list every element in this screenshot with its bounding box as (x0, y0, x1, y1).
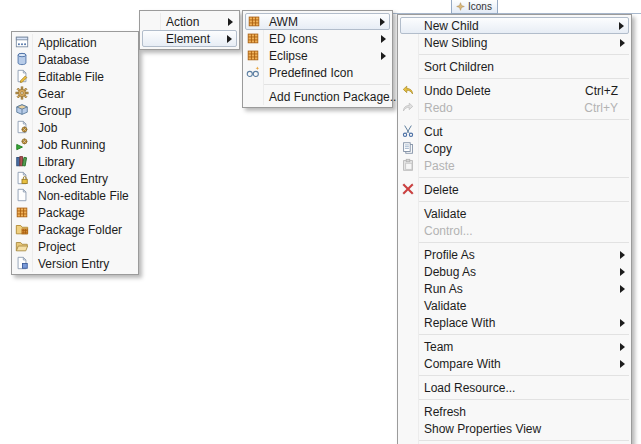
submenu-arrow-icon (381, 52, 386, 60)
menu-item-label: Job (38, 121, 57, 135)
undo-icon (401, 83, 415, 97)
menu-item-label: Editable File (38, 70, 104, 84)
menu-item-eclipse[interactable]: Eclipse (243, 47, 392, 64)
package-icon (246, 31, 260, 45)
paste-icon (401, 158, 415, 172)
menu-item-version-entry[interactable]: Version Entry (12, 255, 138, 272)
menu-item-label: Predefined Icon (269, 66, 353, 80)
menu-item-label: Load Resource... (424, 381, 515, 395)
menu-item-show-properties-view[interactable]: Show Properties View (398, 420, 631, 437)
menu-item-profile-as[interactable]: Profile As (398, 246, 631, 263)
application-icon (15, 35, 29, 49)
menu-item-sort-children[interactable]: Sort Children (398, 58, 631, 75)
menu-item-job-running[interactable]: Job Running (12, 136, 138, 153)
menu-item-database[interactable]: Database (12, 51, 138, 68)
menu-item-label: Eclipse (269, 49, 308, 63)
menu-item-label: Non-editable File (38, 189, 129, 203)
editor-tab-icons[interactable]: Icons (451, 0, 498, 14)
menu-item-team[interactable]: Team (398, 338, 631, 355)
package-icon (15, 205, 29, 219)
menu-item-library[interactable]: Library (12, 153, 138, 170)
menu-separator (419, 334, 629, 335)
menu-item-refresh[interactable]: Refresh (398, 403, 631, 420)
menu-item-cut[interactable]: Cut (398, 123, 631, 140)
job-icon (15, 120, 29, 134)
menu-item-add-function-package[interactable]: Add Function Package... (243, 88, 392, 105)
library-icon (15, 154, 29, 168)
menu-item-label: Validate (424, 207, 466, 221)
menu-item-label: Validate (424, 299, 466, 313)
submenu-arrow-icon (619, 22, 624, 30)
menu-item-label: New Child (424, 19, 479, 33)
menu-item-new-sibling[interactable]: New Sibling (398, 34, 631, 51)
menu-item-copy[interactable]: Copy (398, 140, 631, 157)
menu-item-validate[interactable]: Validate (398, 297, 631, 314)
element-types-menu: ApplicationDatabaseEditable FileGearGrou… (11, 31, 139, 275)
package-icon (246, 48, 260, 62)
menu-item-label: Run As (424, 282, 463, 296)
menu-item-label: Control... (424, 224, 473, 238)
menu-item-shortcut: Ctrl+Z (585, 84, 618, 98)
menu-item-predefined-icon[interactable]: Predefined Icon (243, 64, 392, 81)
new-element-menu: ActionElement (139, 10, 240, 50)
menu-item-label: Paste (424, 159, 455, 173)
menu-item-new-child[interactable]: New Child (400, 17, 629, 34)
menu-item-label: Refresh (424, 405, 466, 419)
menu-item-non-editable-file[interactable]: Non-editable File (12, 187, 138, 204)
menu-item-delete[interactable]: Delete (398, 181, 631, 198)
menu-item-label: Version Entry (38, 257, 109, 271)
menu-item-label: Database (38, 53, 89, 67)
menu-item-label: Profile As (424, 248, 475, 262)
menu-item-element[interactable]: Element (142, 30, 237, 47)
menu-item-control: Control... (398, 222, 631, 239)
menu-item-load-resource[interactable]: Load Resource... (398, 379, 631, 396)
menu-item-undo-delete[interactable]: Undo DeleteCtrl+Z (398, 82, 631, 99)
menu-item-awm[interactable]: AWM (245, 13, 390, 30)
project-icon (15, 239, 29, 253)
menu-item-label: Group (38, 104, 71, 118)
menu-item-run-as[interactable]: Run As (398, 280, 631, 297)
menu-item-editable-file[interactable]: Editable File (12, 68, 138, 85)
menu-item-label: Undo Delete (424, 84, 491, 98)
menu-item-job[interactable]: Job (12, 119, 138, 136)
copy-icon (401, 141, 415, 155)
menu-item-label: New Sibling (424, 36, 487, 50)
menu-item-shortcut: Ctrl+Y (584, 101, 618, 115)
submenu-arrow-icon (620, 343, 625, 351)
submenu-arrow-icon (380, 18, 385, 26)
menu-item-application[interactable]: Application (12, 34, 138, 51)
menu-item-label: Package Folder (38, 223, 122, 237)
menu-item-gear[interactable]: Gear (12, 85, 138, 102)
menu-separator (419, 375, 629, 376)
menu-item-package[interactable]: Package (12, 204, 138, 221)
menu-item-redo: RedoCtrl+Y (398, 99, 631, 116)
locked-entry-icon (15, 171, 29, 185)
gear-icon (15, 86, 29, 100)
menu-item-label: Element (166, 32, 210, 46)
submenu-arrow-icon (620, 285, 625, 293)
menu-item-label: Project (38, 240, 75, 254)
menu-separator (419, 242, 629, 243)
menu-separator (419, 440, 629, 441)
menu-item-compare-with[interactable]: Compare With (398, 355, 631, 372)
menu-separator (419, 201, 629, 202)
menu-item-ed-icons[interactable]: ED Icons (243, 30, 392, 47)
menu-item-locked-entry[interactable]: Locked Entry (12, 170, 138, 187)
menu-item-label: Compare With (424, 357, 501, 371)
menu-item-replace-with[interactable]: Replace With (398, 314, 631, 331)
menu-item-validate[interactable]: Validate (398, 205, 631, 222)
menu-separator (419, 177, 629, 178)
menu-item-project[interactable]: Project (12, 238, 138, 255)
menu-item-action[interactable]: Action (140, 13, 239, 30)
database-icon (15, 52, 29, 66)
editor-tab-label: Icons (468, 1, 492, 12)
menu-item-label: Library (38, 155, 75, 169)
menu-item-package-folder[interactable]: Package Folder (12, 221, 138, 238)
icons-tab-icon (456, 2, 465, 11)
menu-item-group[interactable]: Group (12, 102, 138, 119)
cut-icon (401, 124, 415, 138)
submenu-arrow-icon (620, 360, 625, 368)
menu-item-label: Copy (424, 142, 452, 156)
submenu-arrow-icon (620, 319, 625, 327)
menu-item-debug-as[interactable]: Debug As (398, 263, 631, 280)
